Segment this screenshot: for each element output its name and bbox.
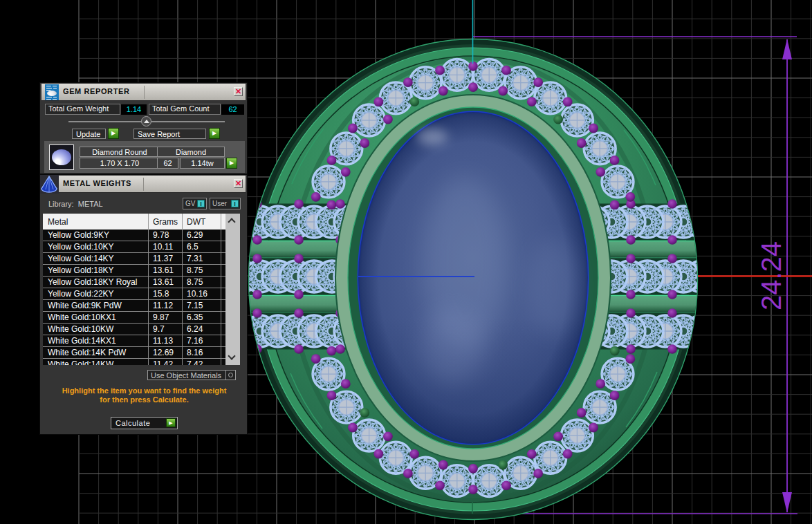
svg-text:24.24: 24.24: [756, 241, 786, 310]
